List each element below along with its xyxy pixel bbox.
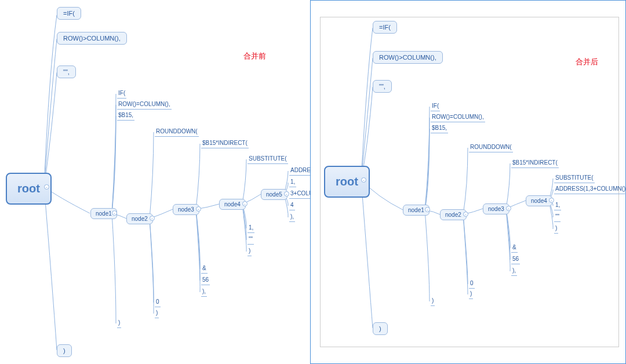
toggle-icon[interactable]: -	[242, 201, 248, 206]
leaf-s2: ""	[248, 235, 254, 245]
leaf-rounddown: ROUNDDOWN(	[469, 143, 513, 152]
left-rowcol-box[interactable]: ROW()>COLUMN(),	[57, 32, 127, 45]
leaf-amp: &	[511, 243, 518, 253]
leaf-a3: 4	[289, 201, 295, 210]
right-node4[interactable]: node4	[526, 195, 552, 206]
leaf-rounddown: ROUNDDOWN(	[155, 128, 199, 137]
left-title: 合并前	[243, 51, 266, 61]
right-empty-box[interactable]: "",	[373, 80, 392, 93]
leaf-b15: $B15,	[431, 124, 448, 133]
leaf-a1: 1,	[289, 178, 296, 187]
toggle-icon[interactable]: -	[463, 212, 468, 217]
toggle-icon[interactable]: -	[150, 216, 155, 221]
leaf-substitute: SUBSTITUTE(	[248, 155, 288, 164]
toggle-icon[interactable]: -	[44, 184, 49, 190]
toggle-icon[interactable]: -	[361, 177, 366, 183]
leaf-b15ind: $B15*INDIRECT(	[201, 139, 249, 148]
leaf-rdclose: ),	[511, 267, 517, 276]
leaf-zero: 0	[155, 298, 161, 307]
toggle-icon[interactable]: -	[506, 206, 511, 211]
toggle-icon[interactable]: -	[549, 198, 554, 203]
right-panel: 合并后 root - =IF( ROW()>COLUMN(), "", node…	[310, 0, 626, 364]
leaf-s1: 1,	[554, 201, 561, 210]
leaf-amp: &	[201, 264, 208, 274]
left-if-box[interactable]: =IF(	[57, 7, 81, 20]
left-close-box[interactable]: )	[57, 344, 72, 357]
right-rowcol-box[interactable]: ROW()>COLUMN(),	[373, 51, 443, 64]
toggle-icon[interactable]: -	[196, 206, 201, 212]
leaf-a4: ),	[289, 213, 295, 222]
leaf-rowcol: ROW()=COLUMN(),	[117, 100, 172, 110]
leaf-address-full: ADDRESS(1,3+COLUMN()-ROW(), 4)	[554, 185, 626, 194]
toggle-icon[interactable]: -	[425, 207, 430, 212]
right-node2[interactable]: node2	[440, 209, 467, 220]
toggle-icon[interactable]: -	[112, 210, 117, 216]
right-title: 合并后	[576, 57, 598, 67]
leaf-56: 56	[511, 255, 520, 264]
leaf-rclose1: )	[155, 309, 159, 318]
leaf-rclose1: )	[469, 290, 473, 299]
leaf-substitute: SUBSTITUTE(	[554, 174, 595, 183]
right-inner: 合并后 root - =IF( ROW()>COLUMN(), "", node…	[320, 17, 619, 347]
leaf-zero: 0	[469, 279, 475, 289]
leaf-s2: ""	[554, 213, 561, 222]
left-node5[interactable]: node5	[261, 189, 287, 200]
toggle-icon[interactable]: -	[284, 191, 289, 196]
leaf-rclose2: )	[431, 297, 435, 306]
left-node4[interactable]: node4	[219, 199, 246, 210]
leaf-if: IF(	[117, 89, 126, 99]
right-if-box[interactable]: =IF(	[373, 21, 397, 34]
left-empty-box[interactable]: "",	[57, 65, 76, 78]
right-node3[interactable]: node3	[483, 203, 509, 214]
leaf-s3: )	[248, 247, 252, 256]
leaf-s3: )	[554, 224, 558, 234]
leaf-if: IF(	[431, 102, 440, 111]
leaf-rclose2: )	[117, 319, 121, 328]
left-node2[interactable]: node2	[126, 213, 153, 224]
right-close-box[interactable]: )	[373, 322, 388, 335]
leaf-b15: $B15,	[117, 111, 134, 121]
left-node3[interactable]: node3	[173, 204, 199, 215]
leaf-rdclose: ),	[201, 287, 207, 297]
leaf-56: 56	[201, 276, 210, 285]
leaf-s1: 1,	[248, 224, 254, 233]
leaf-rowcol: ROW()=COLUMN(),	[431, 113, 485, 122]
leaf-b15ind: $B15*INDIRECT(	[511, 159, 559, 168]
